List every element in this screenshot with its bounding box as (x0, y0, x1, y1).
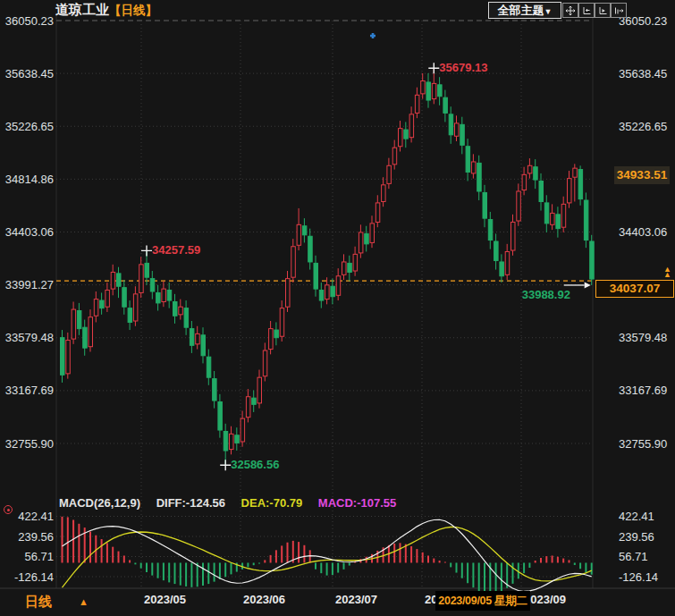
macd-tick-label: -126.14 (4, 570, 54, 584)
price-annotation: 34257.59 (152, 243, 200, 257)
theme-dropdown-label: 全部主题 (498, 4, 544, 17)
price-tick-label: 32755.90 (619, 437, 667, 451)
candlestick-chart[interactable] (0, 0, 675, 616)
price-tick-label: 35638.45 (619, 67, 667, 80)
event-marker-icon (370, 33, 375, 38)
theme-dropdown[interactable]: 全部主题▼ (488, 2, 561, 19)
last-price-badge: 34037.07 (595, 280, 674, 298)
price-annotation: 33988.92 (522, 288, 570, 301)
macd-tick-label: 422.41 (619, 510, 654, 523)
axis-play-icon (597, 5, 608, 16)
macd-pane-marker-icon[interactable] (4, 505, 13, 514)
price-tick-label: 34403.06 (4, 225, 54, 239)
date-tooltip: 2023/09/05 星期二 (435, 591, 530, 611)
date-label: 2023/07 (335, 593, 377, 606)
instrument-name: 道琼工业 (55, 2, 109, 17)
macd-tick-label: 239.56 (4, 530, 54, 544)
price-tick-label: 33579.48 (619, 331, 667, 344)
macd-diff-value: DIFF:-124.56 (156, 496, 225, 510)
arrow-head-icon (585, 282, 591, 288)
cross-marker-icon (141, 245, 152, 256)
period-selector[interactable]: 日线 (25, 594, 52, 611)
price-up-arrows-icon: ▲▲ (663, 266, 671, 277)
move-icon (565, 5, 576, 16)
chevron-down-icon: ▼ (544, 7, 553, 16)
macd-params-label: MACD(26,12,9) (59, 496, 140, 510)
price-tick-label: 33167.69 (619, 384, 667, 397)
date-label: 2023/05 (144, 593, 186, 606)
price-tick-label: 35226.65 (619, 120, 667, 133)
price-tick-label: 34814.86 (4, 173, 54, 186)
price-tick-label: 34403.06 (619, 225, 667, 239)
macd-tick-label: 56.71 (619, 550, 648, 563)
price-tick-label: 35638.45 (4, 67, 54, 80)
tool-compress-button[interactable] (578, 3, 595, 18)
price-tick-label: 33579.48 (4, 331, 54, 344)
tool-move-button[interactable] (562, 3, 578, 18)
page-title: 道琼工业【日线】 (55, 2, 157, 19)
cross-marker-icon (220, 460, 231, 470)
macd-header: MACD(26,12,9) DIFF:-124.56 DEA:-70.79 MA… (59, 496, 409, 510)
macd-tick-label: 239.56 (619, 530, 654, 544)
tool-play-button[interactable] (595, 3, 611, 18)
macd-dea-value: DEA:-70.79 (241, 496, 303, 510)
date-label: 2023/06 (243, 593, 285, 606)
period-tag: 【日线】 (109, 4, 157, 17)
date-label: 2023/09 (524, 593, 566, 606)
axis-shift-right-icon (613, 5, 624, 16)
side-price-badge: 34933.51 (614, 166, 670, 184)
period-up-arrow-icon[interactable]: ▲ (79, 596, 89, 607)
price-tick-label: 35226.65 (4, 120, 54, 133)
trading-chart-window: 道琼工业【日线】 全部主题▼ 36050.2335638.4535226.653… (0, 0, 675, 616)
price-tick-label: 32755.90 (4, 437, 54, 451)
price-annotation: 32586.56 (231, 458, 279, 471)
tool-shift-right-button[interactable] (611, 3, 627, 18)
macd-tick-label: -126.14 (619, 570, 658, 584)
price-annotation: 35679.13 (439, 61, 487, 74)
price-tick-label: 36050.23 (4, 14, 54, 28)
macd-tick-label: 56.71 (4, 550, 54, 563)
candles-group (61, 68, 595, 465)
axis-compress-icon (581, 5, 592, 16)
price-tick-label: 33167.69 (4, 384, 54, 397)
macd-macd-value: MACD:-107.55 (318, 496, 396, 510)
cross-marker-icon (428, 63, 439, 73)
price-tick-label: 33991.27 (4, 278, 54, 291)
